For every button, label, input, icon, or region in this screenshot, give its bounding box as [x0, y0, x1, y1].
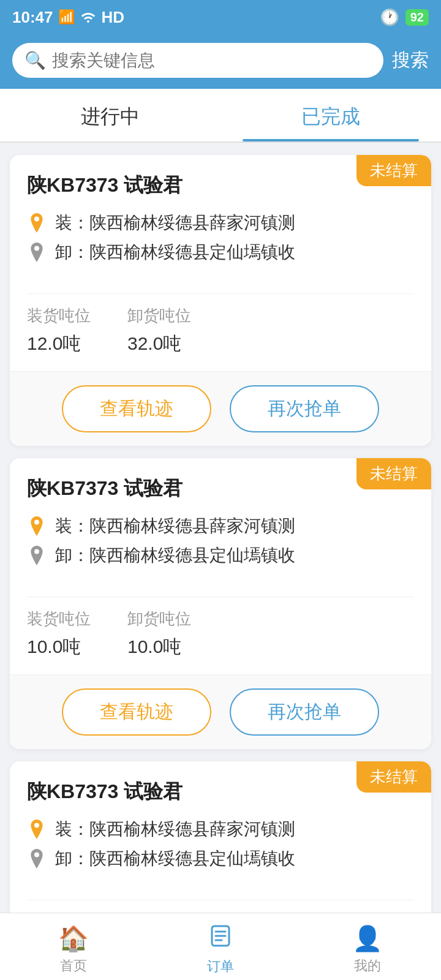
card-2-title: 陕KB7373 试验君: [27, 475, 353, 502]
status-left: 10:47 📶 HD: [12, 8, 124, 27]
card-2-order-button[interactable]: 再次抢单: [230, 688, 379, 736]
card-2-tonnage: 装货吨位 10.0吨 卸货吨位 10.0吨: [10, 608, 431, 674]
card-2-actions: 查看轨迹 再次抢单: [10, 674, 431, 749]
card-2-unload-value: 10.0吨: [127, 635, 191, 660]
card-1-badge: 未结算: [356, 155, 431, 186]
card-1-unload-row: 卸：陕西榆林绥德县定仙墕镇收: [27, 241, 414, 264]
card-1-load-address: 装：陕西榆林绥德县薛家河镇测: [55, 211, 295, 235]
order-icon: [208, 924, 233, 954]
bottom-nav: 🏠 首页 订单 👤 我的: [0, 913, 441, 980]
card-1-title: 陕KB7373 试验君: [27, 172, 353, 199]
card-3-badge: 未结算: [356, 761, 431, 793]
nav-order[interactable]: 订单: [147, 918, 294, 976]
card-1-unload-address: 卸：陕西榆林绥德县定仙墕镇收: [55, 241, 295, 264]
tab-ongoing[interactable]: 进行中: [0, 89, 221, 141]
order-card-2: 未结算 陕KB7373 试验君 装：陕西榆林绥德县薛家河镇测 卸：陕西榆林绥德县…: [10, 458, 431, 749]
card-3-unload-row: 卸：陕西榆林绥德县定仙墕镇收: [27, 847, 414, 870]
card-1-unload-label: 卸货吨位: [127, 305, 191, 326]
hd-badge: HD: [102, 8, 125, 27]
card-list: 未结算 陕KB7373 试验君 装：陕西榆林绥德县薛家河镇测 卸：陕西榆林绥德县…: [0, 143, 441, 980]
search-input-wrap[interactable]: 🔍: [12, 43, 383, 78]
card-2-divider: [27, 597, 414, 597]
status-right: 🕐 92: [380, 8, 429, 27]
card-1-unload-tonnage: 卸货吨位 32.0吨: [127, 305, 191, 356]
card-2-unload-pin-icon: [27, 546, 47, 565]
mine-icon: 👤: [352, 924, 383, 953]
clock-icon: 🕐: [380, 8, 399, 27]
card-1-track-button[interactable]: 查看轨迹: [62, 385, 211, 432]
status-time: 10:47: [12, 8, 53, 27]
load-pin-icon: [27, 213, 47, 233]
card-1-tonnage: 装货吨位 12.0吨 卸货吨位 32.0吨: [10, 305, 431, 371]
card-2-load-label: 装货吨位: [27, 608, 91, 630]
card-2-unload-tonnage: 卸货吨位 10.0吨: [127, 608, 191, 660]
tab-bar: 进行中 已完成: [0, 89, 441, 143]
search-input[interactable]: [52, 51, 371, 70]
card-3-divider: [27, 900, 414, 900]
wifi-icon: [80, 8, 97, 27]
status-bar: 10:47 📶 HD 🕐 92: [0, 0, 441, 34]
nav-mine-label: 我的: [354, 957, 381, 975]
card-3-unload-pin-icon: [27, 849, 47, 869]
card-1-load-tonnage: 装货吨位 12.0吨: [27, 305, 91, 356]
card-1-unload-value: 32.0吨: [127, 331, 191, 356]
card-2-load-tonnage: 装货吨位 10.0吨: [27, 608, 91, 660]
card-2-unload-address: 卸：陕西榆林绥德县定仙墕镇收: [55, 544, 295, 567]
order-card-1: 未结算 陕KB7373 试验君 装：陕西榆林绥德县薛家河镇测 卸：陕西榆林绥德县…: [10, 155, 431, 446]
home-icon: 🏠: [58, 924, 89, 953]
card-1-actions: 查看轨迹 再次抢单: [10, 371, 431, 446]
card-2-unload-label: 卸货吨位: [127, 608, 191, 630]
card-2-unload-row: 卸：陕西榆林绥德县定仙墕镇收: [27, 544, 414, 567]
battery-badge: 92: [405, 9, 429, 26]
card-2-track-button[interactable]: 查看轨迹: [62, 688, 211, 736]
nav-mine[interactable]: 👤 我的: [294, 918, 441, 975]
signal-icon: 📶: [58, 9, 75, 25]
unload-pin-icon: [27, 243, 47, 262]
nav-home-label: 首页: [60, 957, 87, 975]
card-3-title: 陕KB7373 试验君: [27, 778, 353, 805]
search-bar: 🔍 搜索: [0, 34, 441, 89]
card-2-badge: 未结算: [356, 458, 431, 489]
tab-completed[interactable]: 已完成: [221, 89, 441, 141]
card-1-order-button[interactable]: 再次抢单: [230, 385, 379, 432]
card-2-load-row: 装：陕西榆林绥德县薛家河镇测: [27, 514, 414, 538]
card-1-load-row: 装：陕西榆林绥德县薛家河镇测: [27, 211, 414, 235]
card-3-load-row: 装：陕西榆林绥德县薛家河镇测: [27, 818, 414, 841]
search-icon: 🔍: [24, 50, 46, 70]
nav-home[interactable]: 🏠 首页: [0, 918, 147, 975]
card-3-unload-address: 卸：陕西榆林绥德县定仙墕镇收: [55, 847, 295, 870]
card-2-load-value: 10.0吨: [27, 635, 91, 660]
card-2-load-address: 装：陕西榆林绥德县薛家河镇测: [55, 514, 295, 538]
card-3-load-address: 装：陕西榆林绥德县薛家河镇测: [55, 818, 295, 841]
nav-order-label: 订单: [207, 957, 234, 976]
card-1-load-label: 装货吨位: [27, 305, 91, 326]
card-1-divider: [27, 293, 414, 294]
search-button[interactable]: 搜索: [392, 48, 429, 73]
card-2-load-pin-icon: [27, 516, 47, 536]
card-1-load-value: 12.0吨: [27, 331, 91, 356]
card-3-load-pin-icon: [27, 820, 47, 839]
